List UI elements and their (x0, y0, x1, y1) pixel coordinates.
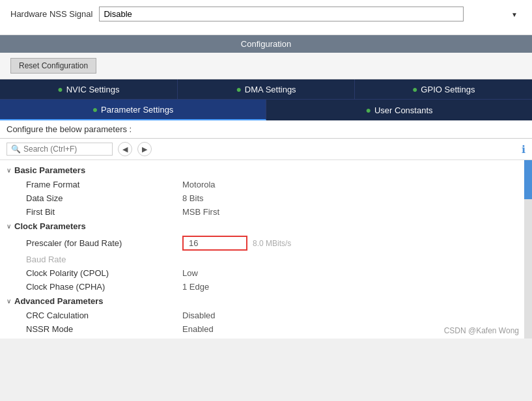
tab-parameter-settings[interactable]: ● Parameter Settings (0, 100, 266, 120)
param-check-icon: ● (92, 104, 98, 115)
clock-polarity-label: Clock Polarity (CPOL) (26, 268, 182, 278)
dma-check-icon: ● (236, 84, 241, 94)
user-check-icon: ● (365, 105, 371, 115)
param-prescaler: Prescaler (for Baud Rate) 16 8.0 MBits/s (7, 234, 525, 253)
clock-chevron-icon: ∨ (7, 223, 11, 230)
basic-parameters-title: Basic Parameters (14, 165, 85, 175)
tab-param-label: Parameter Settings (101, 105, 173, 115)
hardware-nss-select[interactable]: Disable (99, 7, 464, 21)
advanced-chevron-icon: ∨ (7, 297, 11, 305)
gpio-check-icon: ● (412, 84, 417, 94)
search-input[interactable] (23, 145, 108, 154)
scrollbar[interactable] (524, 160, 532, 339)
param-tree: ∨ Basic Parameters Frame Format Motorola… (0, 160, 532, 339)
param-clock-phase: Clock Phase (CPHA) 1 Edge (7, 280, 525, 294)
advanced-parameters-title: Advanced Parameters (14, 296, 104, 306)
watermark: CSDN @Kafen Wong (444, 326, 519, 335)
config-header: Configuration (0, 35, 532, 53)
search-input-wrapper[interactable]: 🔍 (7, 143, 113, 156)
reset-configuration-button[interactable]: Reset Configuration (10, 58, 96, 74)
baud-rate-sub-value: 8.0 MBits/s (247, 239, 291, 248)
tab-nvic-settings[interactable]: ● NVIC Settings (0, 79, 178, 99)
basic-parameters-header[interactable]: ∨ Basic Parameters (7, 163, 525, 178)
search-bar: 🔍 ◀ ▶ ℹ (0, 139, 532, 160)
tabs-row-2: ● Parameter Settings ● User Constants (0, 99, 532, 120)
data-size-label: Data Size (26, 193, 182, 203)
tab-gpio-label: GPIO Settings (421, 85, 475, 94)
crc-value: Disabled (182, 311, 216, 320)
param-baud-rate: Baud Rate (7, 253, 525, 266)
param-first-bit: First Bit MSB First (7, 205, 525, 219)
tab-dma-label: DMA Settings (245, 85, 296, 94)
frame-format-value: Motorola (182, 180, 216, 189)
nvic-check-icon: ● (57, 84, 63, 94)
tab-nvic-label: NVIC Settings (66, 85, 120, 94)
hardware-nss-label: Hardware NSS Signal (10, 9, 92, 19)
info-icon[interactable]: ℹ (522, 143, 525, 156)
scrollbar-thumb[interactable] (524, 160, 532, 199)
tab-user-label: User Constants (374, 105, 433, 115)
tab-user-constants[interactable]: ● User Constants (266, 100, 532, 120)
search-prev-button[interactable]: ◀ (118, 142, 132, 156)
clock-phase-value: 1 Edge (182, 282, 209, 292)
param-data-size: Data Size 8 Bits (7, 191, 525, 205)
prescaler-label: Prescaler (for Baud Rate) (26, 238, 182, 248)
nssr-mode-label: NSSR Mode (26, 324, 182, 334)
baud-rate-label: Baud Rate (26, 255, 182, 264)
nssr-mode-value: Enabled (182, 324, 214, 334)
tabs-row-1: ● NVIC Settings ● DMA Settings ● GPIO Se… (0, 79, 532, 99)
crc-label: CRC Calculation (26, 311, 182, 320)
clock-parameters-title: Clock Parameters (14, 221, 86, 231)
search-next-button[interactable]: ▶ (137, 142, 152, 156)
param-clock-polarity: Clock Polarity (CPOL) Low (7, 266, 525, 280)
first-bit-label: First Bit (26, 207, 182, 217)
data-size-value: 8 Bits (182, 193, 204, 203)
frame-format-label: Frame Format (26, 180, 182, 189)
basic-chevron-icon: ∨ (7, 167, 11, 174)
clock-parameters-header[interactable]: ∨ Clock Parameters (7, 219, 525, 234)
tab-gpio-settings[interactable]: ● GPIO Settings (355, 79, 532, 99)
prescaler-value[interactable]: 16 (182, 236, 247, 251)
advanced-parameters-header[interactable]: ∨ Advanced Parameters (7, 294, 525, 309)
first-bit-value: MSB First (182, 207, 219, 217)
clock-polarity-value: Low (182, 268, 198, 278)
param-frame-format: Frame Format Motorola (7, 178, 525, 191)
clock-phase-label: Clock Phase (CPHA) (26, 282, 182, 292)
param-crc-calculation: CRC Calculation Disabled (7, 309, 525, 322)
search-icon: 🔍 (11, 145, 21, 154)
params-header: Configure the below parameters : (0, 120, 532, 139)
tab-dma-settings[interactable]: ● DMA Settings (178, 79, 356, 99)
